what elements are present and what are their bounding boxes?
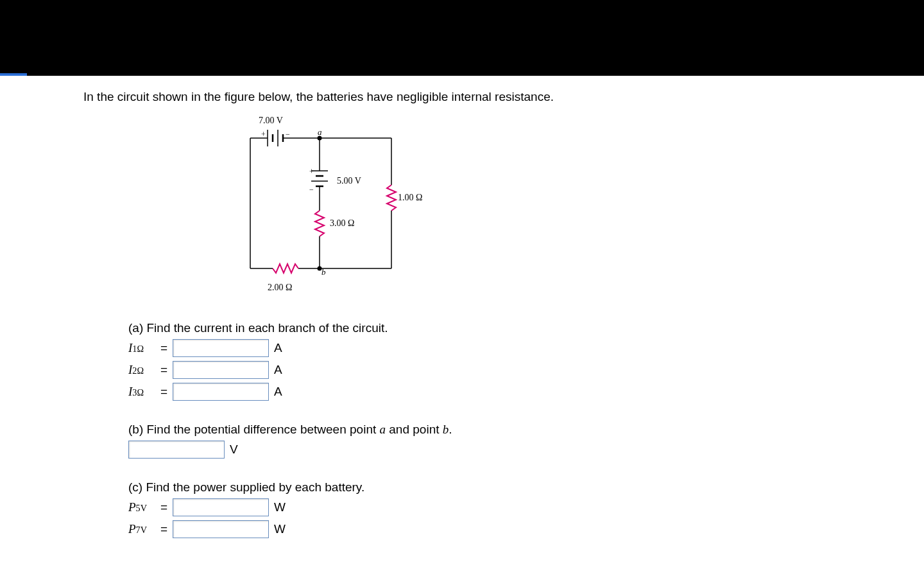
unit-p5v: W (274, 500, 286, 514)
part-a: (a) Find the current in each branch of t… (128, 321, 886, 401)
eq-p5v: = (160, 500, 167, 514)
part-b-prompt: (b) Find the potential difference betwee… (128, 423, 886, 437)
part-c: (c) Find the power supplied by each batt… (128, 480, 886, 538)
eq-i3: = (160, 385, 167, 399)
sym-i3: I3Ω (128, 385, 155, 399)
unit-i2: A (274, 363, 282, 377)
questions-area: (a) Find the current in each branch of t… (128, 321, 886, 538)
input-vab[interactable] (128, 441, 225, 459)
part-c-prompt: (c) Find the power supplied by each batt… (128, 480, 886, 495)
question-panel: In the circuit shown in the figure below… (71, 82, 886, 570)
sym-i2: I2Ω (128, 363, 155, 377)
circuit-svg (183, 116, 414, 302)
unit-p7v: W (274, 522, 286, 536)
input-i2[interactable] (173, 361, 269, 379)
eq-i2: = (160, 363, 167, 377)
input-i3[interactable] (173, 383, 269, 401)
unit-vab: V (230, 442, 238, 457)
row-i2: I2Ω = A (128, 361, 886, 379)
row-i3: I3Ω = A (128, 383, 886, 401)
part-a-prompt: (a) Find the current in each branch of t… (128, 321, 886, 335)
eq-p7v: = (160, 522, 167, 536)
part-b: (b) Find the potential difference betwee… (128, 423, 886, 459)
figure-container: 7.00 V a 5.00 V 1.00 Ω 3.00 Ω b 2.00 Ω +… (183, 116, 886, 302)
row-vab: V (128, 441, 886, 459)
top-blackout (0, 0, 924, 76)
row-p5v: P5V = W (128, 498, 886, 516)
input-p5v[interactable] (173, 498, 269, 516)
question-prompt: In the circuit shown in the figure below… (71, 82, 886, 116)
unit-i3: A (274, 385, 282, 399)
unit-i1: A (274, 341, 282, 355)
sym-i1: I1Ω (128, 341, 155, 355)
row-p7v: P7V = W (128, 520, 886, 538)
eq-i1: = (160, 341, 167, 355)
row-i1: I1Ω = A (128, 339, 886, 357)
sym-p7v: P7V (128, 522, 155, 536)
sym-p5v: P5V (128, 500, 155, 514)
progress-sliver (0, 73, 27, 76)
input-p7v[interactable] (173, 520, 269, 538)
input-i1[interactable] (173, 339, 269, 357)
top-right-blackout (764, 0, 924, 76)
circuit-diagram: 7.00 V a 5.00 V 1.00 Ω 3.00 Ω b 2.00 Ω +… (183, 116, 375, 302)
